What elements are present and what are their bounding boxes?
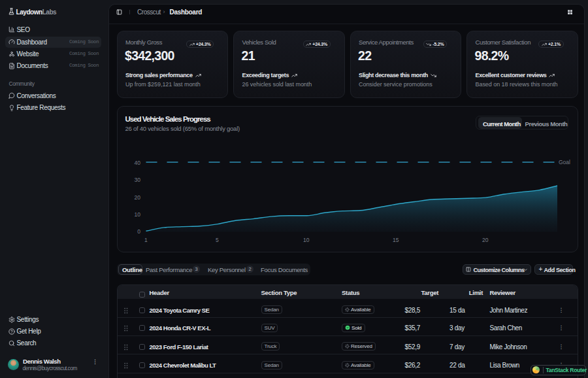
svg-text:Goal: Goal: [559, 159, 570, 165]
